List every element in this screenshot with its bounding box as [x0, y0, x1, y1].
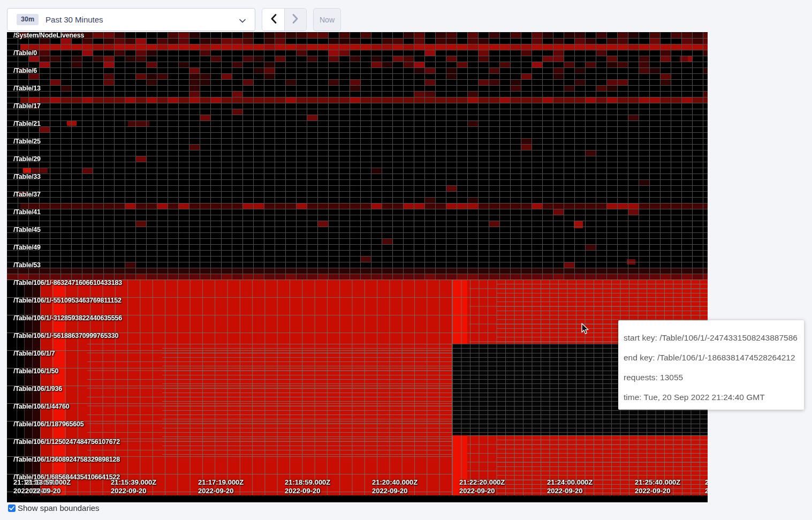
check-icon — [9, 506, 14, 510]
show-span-boundaries-checkbox[interactable] — [8, 504, 16, 512]
tooltip-start-key: start key: /Table/106/1/-247433150824388… — [624, 328, 804, 348]
heatmap-chart: /System/NodeLiveness/Table/0/Table/6/Tab… — [7, 32, 708, 502]
key-visualizer-page: 30m Past 30 Minutes Now /System/NodeLive… — [0, 0, 812, 520]
now-button[interactable]: Now — [313, 8, 341, 31]
show-span-boundaries-label: Show span boundaries — [18, 503, 100, 513]
chevron-left-icon — [270, 13, 277, 26]
hover-tooltip: start key: /Table/106/1/-247433150824388… — [618, 320, 804, 410]
time-range-label: Past 30 Minutes — [45, 15, 103, 24]
tooltip-requests: requests: 13055 — [624, 367, 804, 387]
forward-arrow-button[interactable] — [284, 9, 306, 31]
back-arrow-button[interactable] — [262, 9, 284, 31]
chevron-down-icon — [239, 17, 246, 26]
time-range-select[interactable]: 30m Past 30 Minutes — [7, 8, 255, 31]
tooltip-time: time: Tue, 20 Sep 2022 21:24:40 GMT — [624, 387, 804, 407]
span-boundaries-row: Show span boundaries — [8, 503, 100, 513]
time-range-badge: 30m — [17, 14, 39, 25]
chevron-right-icon — [292, 13, 299, 26]
keyspace-heatmap-canvas[interactable] — [7, 32, 708, 502]
tooltip-end-key: end key: /Table/106/1/-18683814745282642… — [624, 348, 804, 367]
time-nav-group — [262, 8, 307, 31]
